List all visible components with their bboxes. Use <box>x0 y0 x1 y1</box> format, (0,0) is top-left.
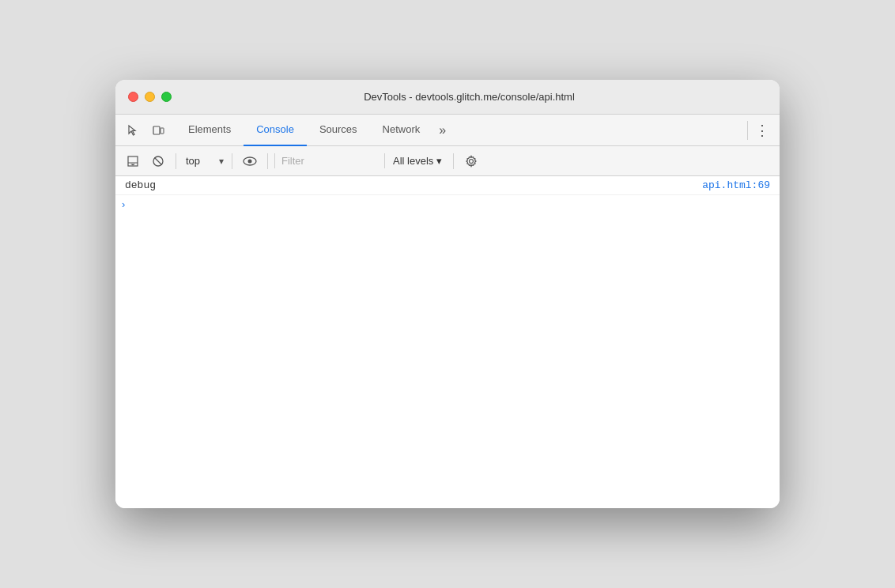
prompt-icon: › <box>122 198 125 210</box>
gear-icon <box>465 155 478 168</box>
device-icon <box>152 124 164 137</box>
svg-point-9 <box>470 159 474 163</box>
clear-console-button[interactable] <box>147 151 169 172</box>
toolbar-separator-4 <box>453 153 454 169</box>
maximize-button[interactable] <box>161 92 172 102</box>
inspect-element-button[interactable] <box>122 119 144 141</box>
filter-input[interactable] <box>274 153 385 168</box>
title-bar: DevTools - devtools.glitch.me/console/ap… <box>115 80 780 115</box>
log-levels-label: All levels <box>393 155 433 167</box>
live-expressions-button[interactable] <box>239 151 261 172</box>
console-input-row: › <box>115 195 780 213</box>
context-select-wrapper: top other ▾ <box>183 153 225 168</box>
minimize-button[interactable] <box>145 92 155 102</box>
devtools-menu-button[interactable]: ⋮ <box>751 119 773 141</box>
toolbar-separator-2 <box>232 153 232 169</box>
svg-marker-4 <box>130 164 135 165</box>
tab-network[interactable]: Network <box>370 115 433 146</box>
svg-point-8 <box>248 159 252 163</box>
debug-message: debug <box>125 179 156 191</box>
cursor-icon <box>127 124 139 137</box>
drawer-icon <box>127 156 138 167</box>
clear-icon <box>152 155 164 168</box>
svg-rect-1 <box>160 128 164 134</box>
devtools-window: DevTools - devtools.glitch.me/console/ap… <box>115 80 780 508</box>
toolbar-separator-1 <box>176 153 176 169</box>
settings-button[interactable] <box>460 151 482 172</box>
levels-arrow-icon: ▾ <box>436 155 442 167</box>
toolbar-separator-3 <box>267 153 268 169</box>
tab-icon-buttons <box>122 119 169 141</box>
window-title: DevTools - devtools.glitch.me/console/ap… <box>172 91 767 103</box>
tab-elements[interactable]: Elements <box>176 115 244 146</box>
console-toolbar: top other ▾ All levels ▾ <box>115 146 780 176</box>
close-button[interactable] <box>128 92 138 102</box>
log-levels-button[interactable]: All levels ▾ <box>388 153 447 168</box>
svg-rect-0 <box>153 126 160 134</box>
svg-line-6 <box>155 157 162 164</box>
tab-console[interactable]: Console <box>244 115 307 146</box>
debug-source-link[interactable]: api.html:69 <box>702 179 770 191</box>
console-input[interactable] <box>128 198 773 210</box>
tab-sources[interactable]: Sources <box>307 115 370 146</box>
tabs-row: Elements Console Sources Network » ⋮ <box>115 115 780 146</box>
console-content: debug api.html:69 › <box>115 176 780 508</box>
console-log-row: debug api.html:69 <box>115 176 780 195</box>
device-toggle-button[interactable] <box>147 119 169 141</box>
drawer-toggle-button[interactable] <box>122 151 144 172</box>
devtools-body: Elements Console Sources Network » ⋮ <box>115 115 780 508</box>
context-select[interactable]: top other <box>183 153 225 168</box>
eye-icon <box>243 156 257 166</box>
tab-separator <box>747 121 748 140</box>
main-tabs: Elements Console Sources Network » <box>176 115 452 146</box>
traffic-lights <box>128 92 172 102</box>
more-tabs-button[interactable]: » <box>432 115 452 146</box>
